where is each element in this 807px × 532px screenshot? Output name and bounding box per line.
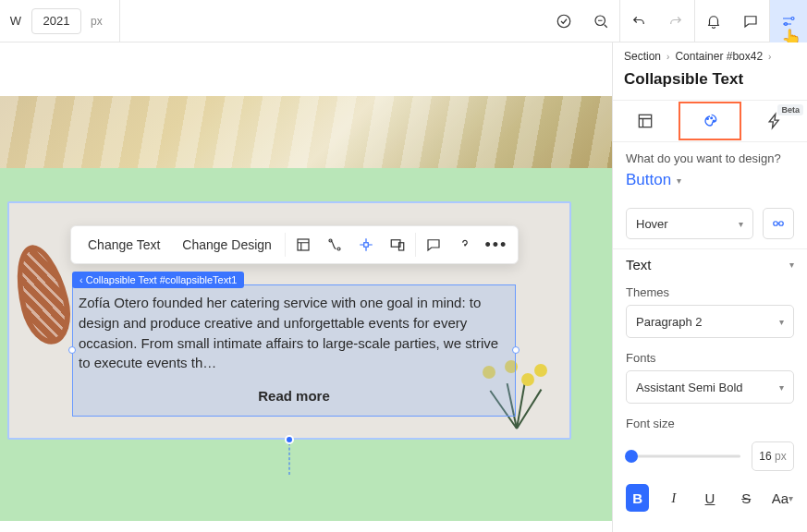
underline-button[interactable]: U [698,484,721,512]
tab-design[interactable] [678,101,742,141]
slider-thumb[interactable] [625,450,638,463]
undo-button[interactable] [620,0,657,42]
width-label: W [9,14,22,28]
read-more-button[interactable]: Read more [79,386,509,406]
fonts-select[interactable]: Assistant Semi Bold▾ [626,370,794,404]
change-design-button[interactable]: Change Design [171,226,283,263]
bold-button[interactable]: B [626,484,649,512]
state-select[interactable]: Hover▾ [626,208,753,239]
themes-select[interactable]: Paragraph 2▾ [626,305,794,338]
svg-point-2 [791,17,794,19]
svg-rect-11 [639,115,651,127]
notifications-icon[interactable] [695,0,732,42]
stretch-icon[interactable] [350,226,382,263]
inspector-toggle-button[interactable] [770,0,807,42]
chevron-down-icon: ▾ [739,219,743,229]
redo-button [657,0,694,42]
apply-states-button[interactable] [763,208,794,239]
leaf-decoration [6,239,78,349]
design-question-label: What do you want to design? [626,151,794,165]
design-target-select[interactable]: Button▾ [626,171,794,189]
change-text-button[interactable]: Change Text [77,226,171,263]
resize-handle-bottom[interactable] [285,435,294,444]
comments-icon[interactable] [732,0,769,42]
themes-label: Themes [626,285,794,299]
svg-point-16 [779,222,784,226]
collapsible-text-element[interactable]: Zofía Otero founded her catering service… [72,284,516,417]
chevron-down-icon: ▾ [779,382,784,393]
top-bar: W px [0,0,807,42]
text-accordion-header[interactable]: Text▾ [613,248,807,280]
canvas[interactable]: Change Text Change Design ••• Collapsibl… [0,42,613,532]
fontsize-slider[interactable] [626,447,740,466]
resize-handle-right[interactable] [512,346,520,354]
layout-icon[interactable] [287,226,319,263]
hero-image-placeholder [0,96,612,168]
breadcrumb: Section › Container #box42 › [613,42,807,66]
svg-rect-4 [298,239,309,250]
breadcrumb-section[interactable]: Section [624,50,661,63]
svg-point-13 [711,117,713,119]
fonts-label: Fonts [626,351,794,365]
tab-layout[interactable] [613,101,678,141]
svg-point-15 [774,222,778,226]
chevron-down-icon: ▾ [677,175,681,186]
animation-icon[interactable] [319,226,350,263]
svg-point-6 [337,248,340,250]
more-options-button[interactable]: ••• [481,226,512,263]
canvas-width-input[interactable] [31,8,81,34]
text-case-button[interactable]: Aa▾ [771,484,794,512]
breadcrumb-container[interactable]: Container #box42 [675,50,763,63]
check-circle-icon[interactable] [545,0,582,42]
help-icon[interactable] [449,226,481,263]
italic-button[interactable]: I [662,484,685,512]
comment-icon[interactable] [418,226,449,263]
canvas-width-group: W px [0,0,120,42]
chevron-right-icon: › [768,52,771,62]
inspector-panel: Section › Container #box42 › Collapsible… [613,42,807,532]
svg-point-12 [707,118,709,120]
text-format-row: B I U S Aa▾ [613,478,807,512]
unit-label: px [91,15,103,28]
selection-tag[interactable]: Collapsible Text #collapsibleText1 [72,272,244,288]
chevron-down-icon: ▾ [789,260,794,270]
strikethrough-button[interactable]: S [735,484,758,512]
svg-point-14 [713,120,715,122]
fontsize-input[interactable]: 16 px [752,441,794,471]
panel-title: Collapsible Text [613,66,807,100]
element-toolbar: Change Text Change Design ••• [70,225,519,264]
top-icon-group [545,0,807,42]
svg-rect-7 [364,243,369,248]
responsive-icon[interactable] [382,226,413,263]
beta-badge: Beta [777,104,803,115]
chevron-right-icon: › [666,52,669,62]
svg-point-0 [557,15,570,28]
chevron-down-icon: ▾ [779,317,784,327]
inspector-tabs: Beta [613,100,807,142]
resize-handle-left[interactable] [68,346,76,354]
fontsize-label: Font size [626,417,794,430]
zoom-out-icon[interactable] [582,0,619,42]
collapsible-text-body: Zofía Otero founded her catering service… [79,293,509,373]
